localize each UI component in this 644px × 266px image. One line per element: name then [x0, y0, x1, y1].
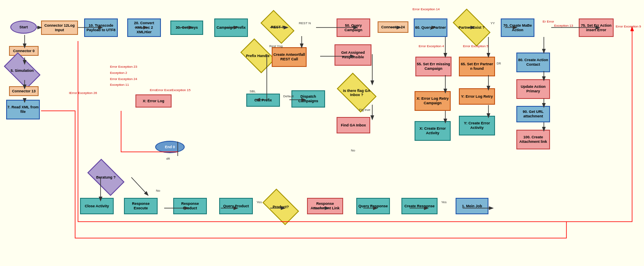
err2-label: Exception 2 [110, 71, 127, 75]
connector12-node: Connector 12Log Input [41, 21, 78, 35]
yy-label: YY [490, 21, 495, 25]
exception13-label: Exception 13 [554, 24, 573, 28]
err23-label: Error Exception 23 [110, 65, 137, 69]
workflow-canvas: Start Connector 12Log Input 10. Transcod… [0, 0, 644, 266]
rest-n-label: REST N [299, 21, 311, 25]
is-flag-diamond: Is there flag GA Inbox ? [340, 81, 374, 104]
n70-node: 70. Create MaBe Action [501, 18, 534, 37]
n5-diamond: 5. Simulation [6, 61, 38, 80]
close-activity-node: Close Activity [80, 198, 114, 214]
start-node: Start [10, 21, 37, 34]
response-execute-node: Response Execute [124, 198, 158, 214]
rest-yng-label: Rest Yng [269, 44, 283, 48]
err-exce-label: ErroError ExceException 15 [150, 88, 190, 92]
dispatch-node: Dispatch Campaigns [291, 90, 325, 108]
err11-label: Exception 11 [110, 83, 129, 87]
n90-node: 90. Get URL attachment [516, 106, 550, 122]
rest-diamond: REST ? [263, 18, 292, 36]
product-diamond: Product? [265, 197, 297, 217]
get-assigned-node: Get Assigned Responsible [335, 44, 371, 66]
create-antw-node: Create Antwortfall REST Call [272, 47, 307, 67]
n65-node: 65. Set Err Partner n found [459, 57, 495, 76]
x-errorlog-node: X: Error Log [135, 94, 172, 108]
sbl-label: SBL [250, 89, 256, 93]
svg-line-35 [131, 177, 148, 195]
y-create-error-node: Y: Create Error Activity [459, 116, 495, 135]
err26-label: IError Exception 26 [69, 91, 97, 95]
create-response-node: Create Response [401, 198, 438, 214]
er-error-label: Er Error [543, 20, 554, 23]
n55-node: 55. Set Err missing Campaign [415, 57, 451, 76]
err24-label: Error Exception 24 [110, 77, 137, 81]
flag-true-label: Flg true [359, 108, 370, 112]
end0-node: End 0 [155, 141, 185, 153]
update-action-node: Update Action Primary [516, 79, 550, 99]
connector24-node: Connector 24 [378, 21, 408, 33]
no2-label: No [351, 149, 355, 152]
no-label: No [156, 189, 160, 193]
n10-node: 10. Transcode Payload to UTF8 [84, 18, 118, 37]
mein-job-node: 1. Mein Job [456, 198, 488, 214]
dft-label: Dft [497, 62, 501, 65]
campaign-prefix-node: Campaign Prefix [214, 18, 248, 37]
n60-node: 60. Query Partner [414, 18, 447, 37]
yes2-label: Yes [441, 200, 447, 204]
default-label: Default [283, 94, 293, 98]
query-product-node: Query Product [219, 198, 253, 214]
n30-node: 30. Get Keys [170, 21, 203, 35]
err4-label: Error Exception 4 [419, 44, 444, 48]
yes-label: Yes [257, 200, 262, 204]
n80-node: 80. Create Action Contact [516, 53, 550, 72]
err14-label: Error Exception 14 [413, 7, 440, 11]
partner-exist-diamond: Partner Exist ? [455, 18, 488, 37]
n7-node: 7. Read XML from file [6, 100, 40, 119]
n75-node: 75. Set Err Action insert Error [579, 18, 614, 37]
beratung-diamond: Beratung ? [89, 167, 122, 187]
n20-node: 20. Convert XMLDoc 2 XMLHier [127, 18, 161, 37]
connector13-node: Connector 13 [9, 86, 39, 96]
x-errorlog-retry-node: X: Error Log Retry Campaign [415, 91, 451, 111]
cut-prefix-node: Cut Prefix [246, 94, 280, 107]
response-attach-node: Response Attachment Link [307, 198, 343, 214]
find-ga-node: Find GA Inbox [337, 117, 370, 133]
n100-node: 100. Create Attachment link [516, 130, 550, 149]
dft2-label: dft [166, 157, 170, 161]
prefix-handle-diamond: Prefix Handle [243, 46, 273, 66]
connector0-node: Connector 0 [9, 46, 39, 56]
response-product-node: Response Product [173, 198, 207, 214]
query-response-node: Query Response [356, 198, 390, 214]
x-create-error-node: X: Create Error Activity [415, 121, 451, 141]
n50-node: 50. Query Campaign [337, 18, 370, 37]
y-errorlog-retry-node: Y: Error Log Retry [459, 88, 495, 105]
err5-label: Error Exception 5 [463, 44, 488, 48]
err9-label: Error Exception 9 [616, 25, 641, 28]
